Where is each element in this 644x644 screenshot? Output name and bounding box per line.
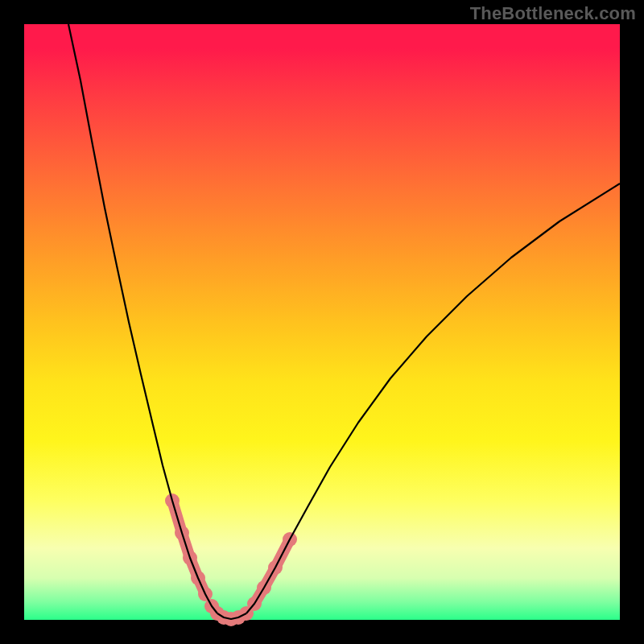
plot-area [24, 24, 620, 620]
curve-layer [24, 24, 620, 620]
attribution-text: TheBottleneck.com [470, 3, 636, 24]
series-right-arm [246, 184, 620, 613]
series-left-arm [68, 24, 217, 613]
chart-frame: TheBottleneck.com [0, 0, 644, 644]
